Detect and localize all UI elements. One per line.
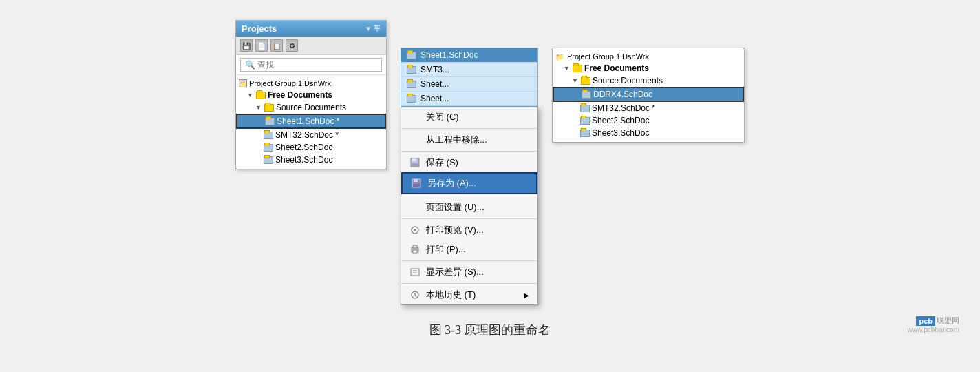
copy-icon[interactable]: 📄 [255, 39, 268, 52]
panel-header: Projects ▼ 平 [236, 21, 386, 37]
svg-rect-9 [413, 245, 417, 248]
ctx-top-sheet-a[interactable]: Sheet... [401, 77, 537, 92]
right-doc-icon-ddrx4 [582, 91, 591, 99]
context-top-panel: Sheet1.SchDoc SMT3... Sheet... Sheet... [401, 48, 538, 107]
panel-search [236, 55, 386, 75]
save-as-icon [411, 178, 422, 189]
right-tree-project-group[interactable]: 📁 Project Group 1.DsnWrk [553, 51, 744, 62]
panel-toolbar: 💾 📄 📋 ⚙ [236, 37, 386, 55]
svg-rect-11 [411, 269, 419, 276]
menu-diff-label: 显示差异 (S)... [426, 266, 484, 278]
pcb-watermark: pcb 联盟网 www.pcbbar.com [907, 316, 959, 333]
right-tree-sheet3[interactable]: Sheet3.SchDoc [553, 127, 744, 139]
right-doc-icon-sheet2 [580, 117, 590, 125]
right-sheet2-label: Sheet2.SchDoc [592, 116, 649, 125]
pcb-url: www.pcbbar.com [907, 326, 959, 333]
right-tree-ddrx4[interactable]: DDRX4.SchDoc [553, 87, 744, 102]
right-source-docs-label: Source Documents [593, 76, 663, 85]
right-doc-icon-smt32 [580, 105, 590, 112]
menu-print-label: 打印 (P)... [426, 243, 466, 256]
menu-divider-1 [401, 128, 537, 129]
right-panel: 📁 Project Group 1.DsnWrk ▼ Free Document… [552, 48, 745, 143]
menu-remove[interactable]: 从工程中移除... [401, 130, 537, 149]
history-icon [409, 289, 420, 300]
project-icon: 📁 [239, 79, 247, 87]
menu-history-label: 本地历史 (T) [426, 289, 476, 301]
menu-page-setup[interactable]: 页面设置 (U)... [401, 198, 537, 217]
menu-remove-label: 从工程中移除... [426, 134, 487, 146]
free-docs-label: Free Documents [268, 90, 332, 100]
close-icon [409, 112, 420, 123]
tree-project-group[interactable]: 📁 Project Group 1.DsnWrk [236, 78, 386, 89]
right-tree-smt32[interactable]: SMT32.SchDoc * [553, 102, 744, 114]
folder-icon-ctx3 [407, 81, 416, 88]
folder-icon [256, 92, 266, 99]
folder-icon-ctx2 [407, 66, 416, 74]
project-icon-r: 📁 [555, 53, 564, 61]
ctx-top-sheet-b[interactable]: Sheet... [401, 92, 537, 106]
folder-icon-ctx1 [407, 52, 416, 59]
ctx-sheet-b-label: Sheet... [420, 94, 449, 103]
folder-icon-ctx4 [407, 95, 416, 103]
svg-point-7 [414, 229, 416, 231]
tree-smt32[interactable]: SMT32.SchDoc * [236, 129, 386, 141]
paste-icon[interactable]: 📋 [270, 39, 283, 52]
menu-divider-5 [401, 260, 537, 261]
menu-save-as-label: 另存为 (A)... [427, 177, 476, 189]
menu-save[interactable]: 保存 (S) [401, 153, 537, 172]
save-icon-menu [409, 157, 420, 168]
svg-rect-2 [412, 163, 418, 166]
context-menu: 关闭 (C) 从工程中移除... 保存 (S) 另存为 (A). [401, 107, 538, 305]
right-smt32-label: SMT32.SchDoc * [592, 103, 655, 113]
right-tree-sheet2[interactable]: Sheet2.SchDoc [553, 114, 744, 127]
pcb-suffix: 联盟网 [937, 316, 959, 326]
menu-print-preview[interactable]: 打印预览 (V)... [401, 220, 537, 240]
tree-sheet3[interactable]: Sheet3.SchDoc [236, 154, 386, 166]
menu-save-as[interactable]: 另存为 (A)... [401, 172, 537, 194]
right-folder-free [573, 65, 582, 72]
svg-rect-1 [412, 158, 416, 161]
save-icon[interactable]: 💾 [240, 39, 253, 52]
page-setup-icon [409, 202, 420, 213]
expand-arrow: ▼ [247, 92, 253, 99]
doc-icon-sheet1 [265, 118, 275, 125]
print-preview-icon [409, 225, 420, 236]
tree-sheet2[interactable]: Sheet2.SchDoc [236, 141, 386, 154]
ctx-top-smt3[interactable]: SMT3... [401, 63, 537, 77]
submenu-arrow: ▶ [524, 291, 529, 299]
doc-icon-sheet2 [264, 144, 273, 152]
menu-local-history[interactable]: 本地历史 (T) ▶ [401, 285, 537, 304]
diff-icon [409, 267, 420, 278]
sheet3-label: Sheet3.SchDoc [275, 155, 332, 165]
menu-divider-6 [401, 283, 537, 284]
context-menu-area: Sheet1.SchDoc SMT3... Sheet... Sheet... … [401, 48, 538, 305]
right-tree-source-docs[interactable]: ▼ Source Documents [553, 74, 744, 87]
tree-source-docs[interactable]: ▼ Source Documents [236, 101, 386, 114]
search-input[interactable] [240, 58, 382, 72]
panel-pin[interactable]: ▼ 平 [365, 24, 381, 34]
menu-divider-4 [401, 218, 537, 219]
tree-free-docs[interactable]: ▼ Free Documents [236, 89, 386, 101]
right-sheet3-label: Sheet3.SchDoc [592, 128, 649, 138]
menu-print-preview-label: 打印预览 (V)... [426, 224, 484, 236]
smt32-label: SMT32.SchDoc * [275, 130, 339, 140]
doc-icon-sheet3 [264, 156, 273, 164]
right-tree-free-docs[interactable]: ▼ Free Documents [553, 62, 744, 74]
projects-panel: Projects ▼ 平 💾 📄 📋 ⚙ 📁 Project Group 1.D… [235, 20, 387, 169]
menu-save-label: 保存 (S) [426, 156, 458, 169]
tree-sheet1[interactable]: Sheet1.SchDoc * [236, 114, 386, 129]
ctx-top-sheet1[interactable]: Sheet1.SchDoc [401, 48, 537, 63]
config-icon[interactable]: ⚙ [286, 39, 298, 52]
right-doc-icon-sheet3 [580, 130, 590, 137]
sheet2-label: Sheet2.SchDoc [275, 143, 332, 152]
svg-rect-10 [413, 250, 417, 253]
menu-print[interactable]: 打印 (P)... [401, 240, 537, 259]
project-group-label: Project Group 1.DsnWrk [249, 79, 331, 87]
doc-icon-smt32 [264, 132, 273, 139]
right-expand-arrow: ▼ [564, 65, 570, 72]
svg-rect-5 [413, 184, 420, 187]
menu-show-diff[interactable]: 显示差异 (S)... [401, 262, 537, 282]
menu-divider-3 [401, 196, 537, 196]
menu-close[interactable]: 关闭 (C) [401, 107, 537, 127]
panel-title: Projects [242, 23, 277, 34]
